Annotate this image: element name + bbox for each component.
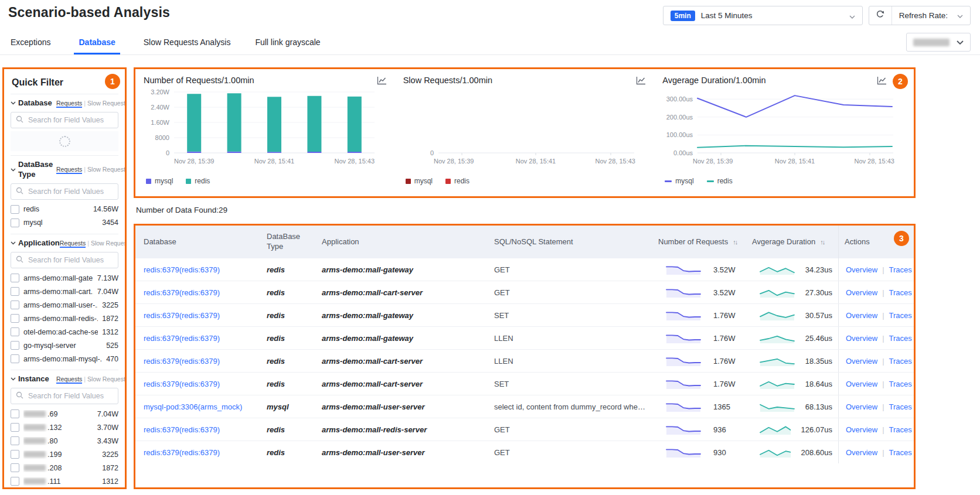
search-input[interactable] [27, 187, 113, 196]
database-link[interactable]: redis:6379(redis:6379) [144, 380, 220, 388]
overview-link[interactable]: Overview [846, 265, 877, 274]
line-chart-icon[interactable] [636, 76, 646, 85]
traces-link[interactable]: Traces [889, 311, 912, 320]
sort-link-requests[interactable]: Requests [56, 166, 82, 174]
checkbox[interactable] [11, 287, 19, 296]
collapse-chevron-icon[interactable] [11, 168, 16, 172]
time-range-select[interactable]: 5min Last 5 Minutes [663, 6, 863, 25]
search-input[interactable] [27, 391, 113, 401]
filter-item-199[interactable]: .199 3225 [11, 448, 118, 461]
checkbox[interactable] [11, 219, 19, 227]
filter-item-arms-demo-mall-gate[interactable]: arms-demo:mall-gate... 7.13W [11, 271, 118, 285]
db-type-cell: redis [261, 357, 316, 366]
overview-link[interactable]: Overview [846, 425, 877, 434]
filter-item-208[interactable]: .208 1872 [11, 461, 118, 474]
overview-link[interactable]: Overview [846, 448, 877, 457]
database-link[interactable]: redis:6379(redis:6379) [144, 334, 220, 343]
traces-link[interactable]: Traces [889, 402, 912, 411]
collapse-chevron-icon[interactable] [11, 241, 16, 245]
sort-icon[interactable]: ↑↓ [733, 238, 737, 246]
traces-link[interactable]: Traces [889, 425, 912, 434]
checkbox[interactable] [11, 354, 19, 363]
chart-panel-duration: Avgerage Duration/1.00min 0.00us100.00us… [654, 69, 914, 196]
overview-link[interactable]: Overview [846, 311, 877, 320]
filter-item-arms-demo-mall-redis[interactable]: arms-demo:mall-redis-... 1872 [11, 312, 118, 325]
checkbox[interactable] [11, 274, 19, 282]
filter-item-arms-demo-mall-user[interactable]: arms-demo:mall-user-... 3225 [11, 298, 118, 312]
tab-exceptions[interactable]: Exceptions [9, 37, 52, 54]
sort-link-requests[interactable]: Requests [60, 240, 86, 248]
redacted-dropdown[interactable] [906, 33, 971, 52]
filter-item-132[interactable]: .132 3.70W [11, 421, 118, 434]
traces-link[interactable]: Traces [889, 265, 912, 274]
database-link[interactable]: redis:6379(redis:6379) [144, 357, 220, 366]
legend-item-mysql[interactable]: mysql [665, 177, 693, 185]
requests-cell: 1.76W [652, 332, 746, 344]
traces-link[interactable]: Traces [889, 334, 912, 343]
filter-item-69[interactable]: .69 7.04W [11, 407, 118, 421]
sort-link-slow-requests[interactable]: Slow Requests [91, 240, 125, 247]
checkbox[interactable] [11, 423, 19, 432]
legend-item-redis[interactable]: redis [707, 177, 733, 185]
sort-link-requests[interactable]: Requests [56, 100, 82, 108]
search-input[interactable] [27, 255, 113, 265]
traces-link[interactable]: Traces [889, 380, 912, 388]
sort-link-slow-requests[interactable]: Slow Requests [87, 100, 125, 107]
sort-link-requests[interactable]: Requests [56, 375, 82, 384]
line-chart-icon[interactable] [377, 76, 387, 85]
checkbox[interactable] [11, 477, 19, 486]
filter-item-mysql[interactable]: mysql 3454 [11, 216, 118, 230]
database-link[interactable]: mysql-pod:3306(arms_mock) [144, 402, 242, 411]
sort-link-slow-requests[interactable]: Slow Requests [87, 375, 125, 383]
traces-link[interactable]: Traces [889, 448, 912, 457]
checkbox[interactable] [11, 409, 19, 418]
overview-link[interactable]: Overview [846, 288, 877, 297]
collapse-chevron-icon[interactable] [11, 101, 16, 105]
tab-database[interactable]: Database [74, 37, 120, 54]
database-link[interactable]: redis:6379(redis:6379) [144, 425, 220, 434]
collapse-chevron-icon[interactable] [11, 377, 16, 381]
refresh-rate-select[interactable]: Refresh Rate: [892, 6, 970, 25]
checkbox[interactable] [11, 314, 19, 323]
overview-link[interactable]: Overview [846, 334, 877, 343]
search-input[interactable] [27, 115, 113, 125]
tab-full-link-grayscale[interactable]: Full link grayscale [254, 37, 321, 54]
filter-item-80[interactable]: .80 3.43W [11, 434, 118, 448]
checkbox[interactable] [11, 301, 19, 309]
refresh-button[interactable] [869, 6, 892, 25]
overview-link[interactable]: Overview [846, 357, 877, 366]
traces-link[interactable]: Traces [889, 288, 912, 297]
field-value-search[interactable] [11, 112, 118, 128]
overview-link[interactable]: Overview [846, 380, 877, 388]
legend-item-mysql[interactable]: mysql [406, 177, 433, 185]
actions-cell: Overview | Traces [838, 258, 914, 281]
database-link[interactable]: redis:6379(redis:6379) [144, 265, 220, 274]
overview-link[interactable]: Overview [846, 402, 877, 411]
tab-slow-requests-analysis[interactable]: Slow Requests Analysis [142, 37, 232, 54]
checkbox[interactable] [11, 450, 19, 459]
filter-item-otel-demo-ad-cache-se[interactable]: otel-demo:ad-cache-se... 1312 [11, 325, 118, 339]
line-chart-icon[interactable] [877, 76, 887, 85]
sort-link-slow-requests[interactable]: Slow Requests [87, 166, 125, 173]
filter-item-111[interactable]: .111 1312 [11, 474, 118, 487]
database-link[interactable]: redis:6379(redis:6379) [144, 448, 220, 457]
field-value-search[interactable] [11, 252, 118, 268]
legend-item-redis[interactable]: redis [186, 177, 210, 185]
filter-item-arms-demo-mall-cart[interactable]: arms-demo:mall-cart... 7.04W [11, 285, 118, 298]
legend-item-redis[interactable]: redis [445, 177, 469, 185]
checkbox[interactable] [11, 436, 19, 445]
traces-link[interactable]: Traces [889, 357, 912, 366]
filter-item-redis[interactable]: redis 14.56W [11, 203, 118, 216]
database-link[interactable]: redis:6379(redis:6379) [144, 288, 220, 297]
field-value-search[interactable] [11, 388, 118, 404]
checkbox[interactable] [11, 327, 19, 336]
filter-item-go-mysql-server[interactable]: go-mysql-server 525 [11, 339, 118, 352]
filter-item-arms-demo-mall-mysql[interactable]: arms-demo:mall-mysql-... 470 [11, 352, 118, 366]
field-value-search[interactable] [11, 183, 118, 200]
checkbox[interactable] [11, 205, 19, 214]
checkbox[interactable] [11, 341, 19, 350]
legend-item-mysql[interactable]: mysql [146, 177, 173, 185]
checkbox[interactable] [11, 463, 19, 472]
sort-icon[interactable]: ↑↓ [820, 238, 824, 246]
database-link[interactable]: redis:6379(redis:6379) [144, 311, 220, 320]
